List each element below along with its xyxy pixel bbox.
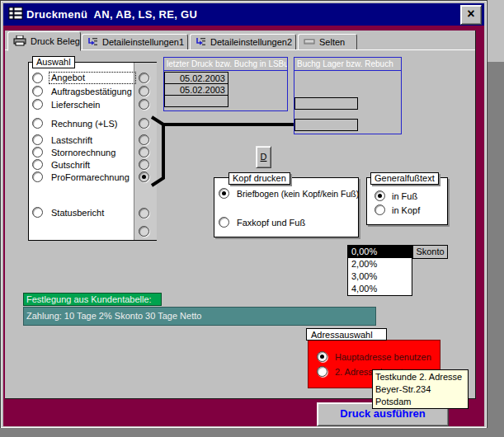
radio-proformarechnung[interactable] (32, 172, 43, 182)
strip-radio-7[interactable] (139, 159, 149, 170)
skonto-option[interactable]: 2,00% (348, 258, 412, 270)
history-date-field-1[interactable]: 05.02.2003 (164, 72, 228, 84)
tab-label: Druck Beleg (31, 36, 80, 47)
auswahl-item-gutschrift[interactable]: Gutschrift (51, 160, 90, 171)
strip-radio-3[interactable] (139, 99, 149, 110)
auswahl-item-auftragsbestaetigung[interactable]: Auftragsbestätigung (51, 87, 132, 97)
tab-detaileinstellungen2[interactable]: Detaileinstellungen2 (190, 34, 296, 50)
auswahl-item-statusbericht[interactable]: Statusbericht (51, 208, 104, 218)
radio-angebot[interactable] (32, 73, 43, 83)
radio-gutschrift[interactable] (32, 159, 43, 170)
adressauswahl-label: Adressauswahl (306, 328, 387, 341)
history-date-field-3[interactable] (164, 95, 228, 107)
booking-field-2[interactable] (294, 119, 358, 131)
tab-detaileinstellungen1[interactable]: Detaileinstellungen1 (82, 34, 188, 50)
zahlungsbedingungen-bar: Zahlung: 10 Tage 2% Skonto 30 Tage Netto (23, 307, 376, 326)
radio-statusbericht[interactable] (32, 207, 43, 218)
auswahl-item-proformarechnung[interactable]: ProFormarechnung (51, 172, 130, 183)
tooltip-line: Potsdam (375, 396, 465, 408)
radio-lastschrift[interactable] (32, 134, 43, 145)
address-tooltip: Testkunde 2. Adresse Beyer-Str.234 Potsd… (372, 369, 469, 409)
desktop-background-right (487, 62, 504, 437)
auswahl-item-lieferschein[interactable]: Lieferschein (51, 100, 100, 110)
radio-briefbogen[interactable] (219, 188, 229, 199)
d-button[interactable]: D (256, 146, 271, 168)
d-button-label: D (261, 152, 267, 162)
form-settings-icon (195, 37, 206, 48)
skonto-option[interactable]: 4,00% (348, 283, 412, 295)
history-table-header: letzter Druck bzw. Buchg in LSBuch (164, 58, 287, 71)
desktop-background-bottom (0, 428, 504, 437)
generalfusstext-label: Generalfußtext (370, 172, 439, 185)
auswahl-item-angebot[interactable]: Angebot (49, 72, 136, 84)
skonto-listbox: 0,00% 2,00% 3,00% 4,00% (347, 245, 412, 296)
auswahl-group-label: Auswahl (32, 56, 75, 68)
general-option-in-fuss[interactable]: in Fuß (392, 191, 417, 202)
history-date-field-2[interactable]: 05.02.2003 (164, 83, 228, 96)
close-icon: × (467, 7, 474, 21)
tab-label: Detaileinstellungen2 (210, 37, 292, 48)
druckmenu-window: Druckmenü AN, AB, LS, RE, GU × Druck Bel… (0, 0, 488, 429)
window-title: Druckmenü AN, AB, LS, RE, GU (26, 8, 197, 21)
druck-ausfuehren-label: Druck ausführen (340, 407, 425, 420)
form-settings-icon (87, 37, 98, 48)
general-option-in-kopf[interactable]: in Kopf (392, 205, 420, 216)
auswahl-item-stornorechnung[interactable]: Stornorechnung (51, 148, 115, 158)
tab-druck-beleg[interactable]: Druck Beleg (7, 31, 81, 51)
tab-label: Selten (319, 37, 345, 48)
tab-label: Detaileinstellungen1 (102, 37, 184, 48)
form-icon (7, 6, 25, 24)
radio-rechnung[interactable] (32, 118, 43, 129)
tab-selten[interactable]: Selten (298, 34, 357, 50)
strip-radio-1[interactable] (139, 73, 149, 83)
tooltip-line: Testkunde 2. Adresse (375, 371, 465, 383)
adress-option-hauptadresse[interactable]: Hauptadresse benutzen (335, 352, 431, 363)
radio-auftragsbestaetigung[interactable] (32, 86, 43, 96)
skonto-label: Skonto (412, 245, 448, 259)
booking-box-header: Buchg Lager bzw. Rebuch (294, 58, 401, 71)
minimized-form-icon (304, 37, 315, 47)
tooltip-line: Beyer-Str.234 (375, 383, 465, 396)
radio-hauptadresse[interactable] (317, 351, 327, 362)
skonto-option[interactable]: 3,00% (348, 270, 412, 283)
booking-field-1[interactable] (294, 97, 358, 110)
strip-radio-4[interactable] (139, 118, 149, 129)
radio-lieferschein[interactable] (32, 99, 43, 110)
strip-radio-8-selected[interactable] (139, 172, 149, 182)
kopf-option-briefbogen[interactable]: Briefbogen (kein Kopf/kein Fuß) (237, 189, 359, 200)
radio-zweite-adresse[interactable] (317, 366, 327, 377)
strip-radio-10[interactable] (139, 226, 149, 237)
skonto-option-selected[interactable]: 0,00% (348, 246, 412, 258)
strip-radio-2[interactable] (139, 86, 149, 96)
printer-icon (13, 35, 26, 48)
radio-in-fuss[interactable] (374, 190, 385, 201)
kundentabelle-header: Festlegung aus Kundentabelle: (23, 293, 162, 306)
auswahl-item-rechnung[interactable]: Rechnung (+LS) (51, 119, 117, 129)
kopf-drucken-label: Kopf drucken (228, 172, 290, 185)
strip-radio-9[interactable] (139, 208, 149, 218)
strip-radio-5[interactable] (139, 134, 149, 145)
kopf-option-faxkopf[interactable]: Faxkopf und Fuß (237, 218, 305, 228)
auswahl-item-lastschrift[interactable]: Lastschrift (51, 135, 92, 146)
radio-in-kopf[interactable] (374, 204, 385, 215)
radio-faxkopf[interactable] (219, 217, 229, 228)
title-bar[interactable]: Druckmenü AN, AB, LS, RE, GU (3, 3, 484, 26)
kopf-drucken-groupbox (214, 177, 359, 237)
strip-radio-6[interactable] (139, 147, 149, 157)
radio-stornorechnung[interactable] (32, 147, 43, 157)
close-button[interactable]: × (460, 5, 482, 25)
desktop-background-right-top (487, 0, 504, 62)
